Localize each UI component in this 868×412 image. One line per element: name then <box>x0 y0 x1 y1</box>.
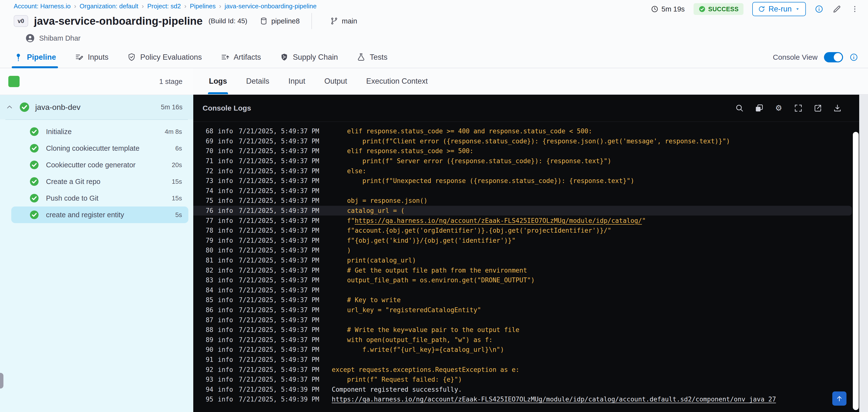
log-level: info <box>218 207 234 214</box>
console-view-toggle[interactable] <box>824 52 843 62</box>
step-push-code-to-git[interactable]: Push code to Git15s <box>0 190 193 207</box>
duration-label: 5m 19s <box>661 5 685 13</box>
log-timestamp: 7/21/2025, 5:49:37 PM <box>239 187 322 194</box>
tab-label: Pipeline <box>27 53 56 62</box>
step-tab-details[interactable]: Details <box>246 68 269 94</box>
branch-ref[interactable]: main <box>330 17 357 25</box>
pipeline-ref-label: pipeline8 <box>271 17 300 25</box>
search-icon[interactable] <box>735 103 744 113</box>
edit-icon[interactable] <box>832 4 842 14</box>
status-label: SUCCESS <box>708 6 739 13</box>
log-level: info <box>218 346 234 353</box>
log-line-number: 78 <box>202 227 213 234</box>
log-link[interactable]: https://qa.harness.io/ng/account/zEaak-F… <box>332 395 776 403</box>
svg-text:⚙: ⚙ <box>775 103 782 112</box>
log-level: info <box>218 286 234 294</box>
tests-icon <box>356 53 366 62</box>
step-initialize[interactable]: Initialize4m 8s <box>0 123 193 140</box>
log-message: print(catalog_url) <box>332 257 416 264</box>
log-line-number: 69 <box>202 137 213 145</box>
log-timestamp: 7/21/2025, 5:49:37 PM <box>239 316 322 324</box>
log-line-78: 78info7/21/2025, 5:49:37 PM f"account.{o… <box>193 226 859 235</box>
download-icon[interactable] <box>833 103 842 113</box>
pipeline-ref[interactable]: pipeline8 <box>259 17 300 25</box>
header-actions: 5m 19s SUCCESS Re-run <box>651 2 859 16</box>
breadcrumb-link[interactable]: Account: Harness.io <box>14 2 71 10</box>
step-cookiecutter-code-generator[interactable]: Cookiecutter code generator20s <box>0 157 193 173</box>
log-level: info <box>218 177 234 185</box>
log-level: info <box>218 237 234 244</box>
log-line-number: 79 <box>202 237 213 244</box>
log-timestamp: 7/21/2025, 5:49:37 PM <box>239 127 322 135</box>
success-check-icon <box>29 160 40 170</box>
step-tab-input[interactable]: Input <box>288 68 305 94</box>
step-tab-logs[interactable]: Logs <box>209 68 227 94</box>
log-line-81: 81info7/21/2025, 5:49:37 PM print(catalo… <box>193 255 859 265</box>
console-panel: Console Logs ⚙ 68info7/21/2025, 5:49:37 … <box>193 95 859 412</box>
log-line-95: 95info7/21/2025, 5:49:39 PMhttps://qa.ha… <box>193 394 859 404</box>
log-line-69: 69info7/21/2025, 5:49:37 PM print(f"Clie… <box>193 136 859 146</box>
log-message: catalog_url = ( <box>332 207 404 214</box>
breadcrumb-link[interactable]: Organization: default <box>80 2 138 10</box>
info-icon[interactable] <box>815 5 824 13</box>
tab-pipeline[interactable]: Pipeline <box>14 47 56 68</box>
build-id: (Build Id: 45) <box>209 17 247 25</box>
step-create-a-git-repo[interactable]: Create a Git repo15s <box>0 173 193 190</box>
kebab-menu-icon[interactable] <box>850 5 859 13</box>
scroll-to-top-button[interactable] <box>832 391 846 406</box>
arrow-up-icon <box>835 394 843 403</box>
version-badge: v0 <box>14 15 28 27</box>
step-cloning-cookiecutter-template[interactable]: Cloning cookiecutter template6s <box>0 140 193 157</box>
log-line-79: 79info7/21/2025, 5:49:37 PM f"{obj.get('… <box>193 235 859 246</box>
fullscreen-icon[interactable] <box>794 103 803 113</box>
chevron-up-icon[interactable] <box>5 103 14 111</box>
step-tabbar: LogsDetailsInputOutputExecution Context <box>193 68 868 95</box>
stage-name: java-onb-dev <box>35 103 81 112</box>
log-line-number: 73 <box>202 177 213 185</box>
avatar-icon <box>25 33 35 43</box>
page-scrollbar[interactable] <box>859 95 868 412</box>
log-timestamp: 7/21/2025, 5:49:37 PM <box>239 147 322 155</box>
tab-policy-evaluations[interactable]: Policy Evaluations <box>127 47 202 68</box>
log-line-75: 75info7/21/2025, 5:49:37 PM obj = respon… <box>193 196 859 206</box>
tab-label: Artifacts <box>234 53 261 62</box>
policy-icon <box>127 53 136 62</box>
log-link[interactable]: https://qa.harness.io/ng/account/zEaak-F… <box>355 217 642 224</box>
copy-icon[interactable] <box>754 103 764 113</box>
database-icon <box>259 17 268 25</box>
step-duration: 15s <box>172 178 182 185</box>
rerun-button[interactable]: Re-run <box>752 2 806 16</box>
log-timestamp: 7/21/2025, 5:49:37 PM <box>239 326 322 334</box>
tab-inputs[interactable]: Inputs <box>74 47 108 68</box>
log-line-77: 77info7/21/2025, 5:49:37 PM f"https://qa… <box>193 216 859 226</box>
settings-icon[interactable]: ⚙ <box>774 103 783 113</box>
log-line-92: 92info7/21/2025, 5:49:37 PMexcept reques… <box>193 365 859 375</box>
log-message: except requests.exceptions.RequestExcept… <box>332 366 519 373</box>
stage-row-java-onb-dev[interactable]: java-onb-dev 5m 16s <box>0 95 193 119</box>
log-line-number: 88 <box>202 326 213 334</box>
step-tab-output[interactable]: Output <box>324 68 347 94</box>
step-tab-execution-context[interactable]: Execution Context <box>366 68 428 94</box>
console-scrollbar[interactable] <box>853 132 859 410</box>
log-level: info <box>218 167 234 175</box>
tab-artifacts[interactable]: Artifacts <box>220 47 261 68</box>
tab-supply-chain[interactable]: Supply Chain <box>280 47 338 68</box>
log-level: info <box>218 306 234 314</box>
drawer-handle[interactable] <box>0 373 3 388</box>
success-check-icon <box>29 126 40 137</box>
breadcrumb-link[interactable]: java-service-onboarding-pipeline <box>225 2 316 10</box>
info-icon[interactable] <box>849 53 858 62</box>
breadcrumb-link[interactable]: Pipelines <box>190 2 216 10</box>
log-level: info <box>218 326 234 334</box>
step-create-and-register-entity[interactable]: create and register entity5s <box>11 207 188 223</box>
clock-icon <box>651 5 659 13</box>
log-line-number: 77 <box>202 217 213 224</box>
console-body: Console Logs ⚙ 68info7/21/2025, 5:49:37 … <box>193 95 868 412</box>
log-line-number: 80 <box>202 247 213 254</box>
breadcrumb-link[interactable]: Project: sd2 <box>147 2 181 10</box>
tab-tests[interactable]: Tests <box>356 47 387 68</box>
log-timestamp: 7/21/2025, 5:49:37 PM <box>239 366 322 373</box>
log-timestamp: 7/21/2025, 5:49:37 PM <box>239 346 322 353</box>
open-in-new-icon[interactable] <box>813 103 823 113</box>
log-line-84: 84info7/21/2025, 5:49:37 PM <box>193 285 859 295</box>
